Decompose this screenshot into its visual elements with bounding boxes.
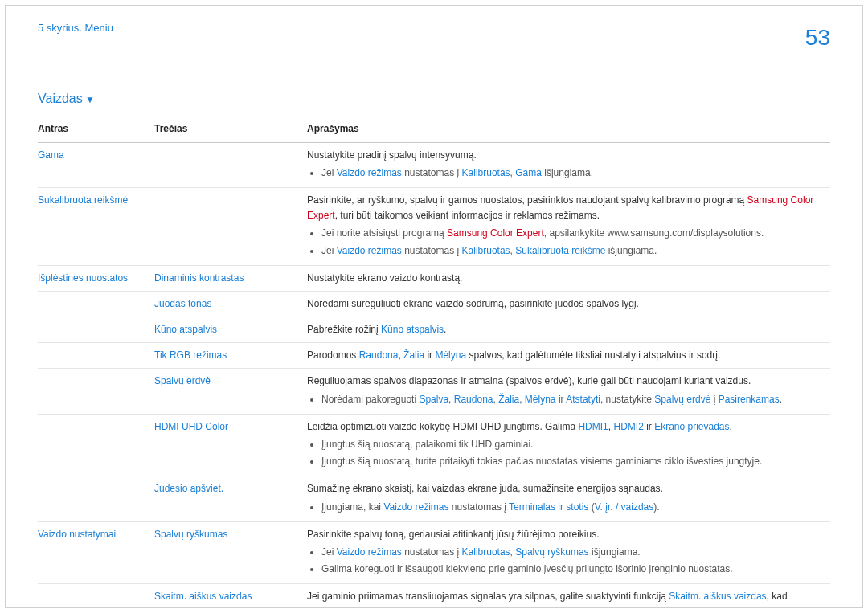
settings-table: Antras Trečias Aprašymas Gama Nustatykit…	[38, 118, 830, 608]
row-sukalibruota: Sukalibruota reikšmė Pasirinkite, ar ryš…	[38, 187, 830, 265]
label-dinaminis: Dinaminis kontrastas	[154, 272, 244, 284]
judesio-note: Įjungiama, kai Vaizdo režimas nustatomas…	[321, 500, 822, 515]
breadcrumb: 5 skyrius. Meniu	[38, 20, 113, 37]
label-gama: Gama	[38, 149, 64, 161]
th-trecias: Trečias	[154, 118, 307, 142]
spalvu-ryskumas-note2: Galima koreguoti ir išsaugoti kiekvieno …	[321, 562, 822, 577]
spalvu-ryskumas-desc: Pasirinkite spalvų toną, geriausiai atit…	[307, 529, 600, 540]
hdmi-note2: Įjungtus šią nuostatą, turite pritaikyti…	[321, 454, 822, 469]
row-skaitm: Skaitm. aiškus vaizdas Jei gaminio priim…	[38, 584, 830, 608]
sukalibruota-desc: Pasirinkite, ar ryškumo, spalvų ir gamos…	[307, 194, 813, 221]
judesio-desc: Sumažinę ekrano skaistį, kai vaizdas ekr…	[307, 483, 663, 494]
label-isplestines: Išplėstinės nuostatos	[38, 272, 128, 284]
page-frame: 5 skyrius. Meniu 53 Vaizdas Antras Treči…	[5, 5, 863, 608]
page-header: 5 skyrius. Meniu 53	[38, 20, 830, 56]
row-hdmi-uhd: HDMI UHD Color Leidžia optimizuoti vaizd…	[38, 414, 830, 476]
row-juodas: Juodas tonas Norėdami sureguliuoti ekran…	[38, 291, 830, 317]
row-rgb: Tik RGB režimas Parodomos Raudona, Žalia…	[38, 343, 830, 369]
label-sukalibruota: Sukalibruota reikšmė	[38, 194, 128, 206]
label-rgb: Tik RGB režimas	[154, 349, 227, 361]
sukal-note1: Jei norite atsisiųsti programą Samsung C…	[321, 226, 822, 241]
skaitm-desc: Jei gaminio priimamas transliuojamas sig…	[307, 591, 788, 608]
page-number: 53	[805, 20, 830, 56]
label-spalvu-erdve: Spalvų erdvė	[154, 375, 211, 386]
row-gama: Gama Nustatykite pradinį spalvų intensyv…	[38, 142, 830, 187]
spalvu-erdve-note: Norėdami pakoreguoti Spalva, Raudona, Ža…	[321, 392, 822, 407]
hdmi-note1: Įjungtus šią nuostatą, palaikomi tik UHD…	[321, 437, 822, 452]
dinaminis-desc: Nustatykite ekrano vaizdo kontrastą.	[307, 272, 462, 284]
row-kuno: Kūno atspalvis Pabrėžkite rožinį Kūno at…	[38, 317, 830, 343]
row-spalvu-erdve: Spalvų erdvė Reguliuojamas spalvos diapa…	[38, 369, 830, 414]
label-spalvu-ryskumas: Spalvų ryškumas	[154, 529, 227, 540]
label-vaizdo-nustatymai: Vaizdo nustatymai	[38, 529, 116, 540]
gama-note: Jei Vaizdo režimas nustatomas į Kalibruo…	[321, 166, 822, 181]
label-judesio: Judesio apšviet.	[154, 483, 223, 494]
label-kuno: Kūno atspalvis	[154, 324, 217, 335]
kuno-desc: Pabrėžkite rožinį Kūno atspalvis.	[307, 324, 446, 335]
label-hdmi-uhd: HDMI UHD Color	[154, 421, 228, 432]
spalvu-ryskumas-note1: Jei Vaizdo režimas nustatomas į Kalibruo…	[321, 545, 822, 560]
row-dinaminis: Išplėstinės nuostatos Dinaminis kontrast…	[38, 265, 830, 291]
th-aprasymas: Aprašymas	[307, 118, 830, 142]
spalvu-erdve-desc: Reguliuojamas spalvos diapazonas ir atma…	[307, 375, 751, 386]
th-antras: Antras	[38, 118, 154, 142]
gama-desc: Nustatykite pradinį spalvų intensyvumą.	[307, 149, 477, 161]
hdmi-uhd-desc: Leidžia optimizuoti vaizdo kokybę HDMI U…	[307, 421, 732, 432]
section-title-vaizdas[interactable]: Vaizdas	[38, 88, 830, 109]
label-juodas: Juodas tonas	[154, 298, 211, 309]
sukal-note2: Jei Vaizdo režimas nustatomas į Kalibruo…	[321, 243, 822, 259]
rgb-desc: Parodomos Raudona, Žalia ir Mėlyna spalv…	[307, 349, 720, 361]
row-spalvu-ryskumas: Vaizdo nustatymai Spalvų ryškumas Pasiri…	[38, 521, 830, 584]
juodas-desc: Norėdami sureguliuoti ekrano vaizdo sodr…	[307, 298, 639, 309]
row-judesio: Judesio apšviet. Sumažinę ekrano skaistį…	[38, 476, 830, 521]
label-skaitm: Skaitm. aiškus vaizdas	[154, 591, 252, 602]
